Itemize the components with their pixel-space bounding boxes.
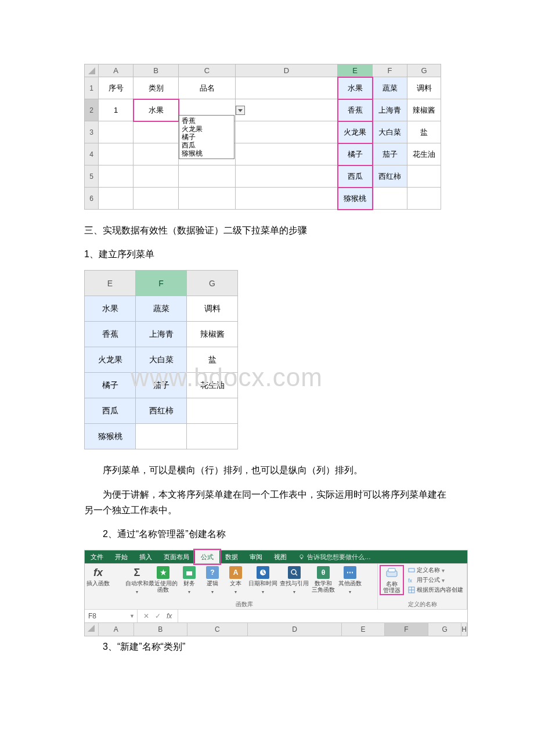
- cat-cell[interactable]: [187, 424, 238, 449]
- col-header-E[interactable]: E: [342, 623, 385, 636]
- text-button[interactable]: A 文本: [226, 566, 246, 595]
- cell-C1[interactable]: 品名: [179, 77, 236, 99]
- col-header-F[interactable]: F: [373, 64, 407, 77]
- recent-functions-button[interactable]: ★ 最近使用的 函数: [150, 566, 176, 593]
- cell-A4[interactable]: [99, 143, 134, 165]
- cell-B6[interactable]: [134, 188, 179, 210]
- col-header-D[interactable]: D: [236, 64, 338, 77]
- col-header-C[interactable]: C: [179, 64, 236, 77]
- dropdown-option[interactable]: 猕猴桃: [181, 149, 233, 157]
- cell-A5[interactable]: [99, 165, 134, 188]
- cell-G3[interactable]: 盐: [407, 121, 441, 143]
- cell-G5[interactable]: [407, 165, 441, 188]
- cell-B5[interactable]: [134, 165, 179, 188]
- cell-B1[interactable]: 类别: [134, 77, 179, 99]
- insert-function-button[interactable]: fx 插入函数: [88, 566, 108, 586]
- cat-cell[interactable]: 盐: [187, 347, 238, 373]
- cell-C2[interactable]: 香蕉 火龙果 橘子 西瓜 猕猴桃: [179, 99, 236, 121]
- row-header-2[interactable]: 2: [85, 99, 99, 121]
- cell-F1[interactable]: 蔬菜: [373, 77, 407, 99]
- cell-D2[interactable]: [236, 99, 338, 121]
- row-header-5[interactable]: 5: [85, 165, 99, 188]
- cell-A3[interactable]: [99, 121, 134, 143]
- cell-D1[interactable]: [236, 77, 338, 99]
- fx-icon[interactable]: fx: [167, 610, 172, 622]
- tab-home[interactable]: 开始: [109, 550, 134, 563]
- col-header-B[interactable]: B: [134, 623, 187, 636]
- cat-cell[interactable]: 大白菜: [136, 347, 187, 373]
- cell-E5[interactable]: 西瓜: [338, 165, 373, 188]
- col-header-B[interactable]: B: [134, 64, 179, 77]
- cell-E1[interactable]: 水果: [338, 77, 373, 99]
- cell-D4[interactable]: [236, 143, 338, 165]
- cell-E6[interactable]: 猕猴桃: [338, 188, 373, 210]
- row-header-4[interactable]: 4: [85, 143, 99, 165]
- col-header-G[interactable]: G: [187, 271, 238, 296]
- cat-cell[interactable]: 猕猴桃: [85, 424, 136, 449]
- cat-cell[interactable]: 香蕉: [85, 322, 136, 347]
- cell-G1[interactable]: 调料: [407, 77, 441, 99]
- cat-cell[interactable]: 花生油: [187, 373, 238, 398]
- cell-B3[interactable]: [134, 121, 179, 143]
- cell-G4[interactable]: 花生油: [407, 143, 441, 165]
- tab-formula[interactable]: 公式: [195, 550, 219, 563]
- cell-A6[interactable]: [99, 188, 134, 210]
- cell-G2[interactable]: 辣椒酱: [407, 99, 441, 121]
- tab-view[interactable]: 视图: [268, 550, 293, 563]
- cell-C5[interactable]: [179, 165, 236, 188]
- math-button[interactable]: θ 数学和 三角函数: [312, 566, 335, 593]
- col-header-F[interactable]: F: [136, 271, 187, 296]
- logic-button[interactable]: ? 逻辑: [203, 566, 222, 595]
- cell-F6[interactable]: [373, 188, 407, 210]
- cat-cell[interactable]: 西红柿: [136, 398, 187, 424]
- cell-G6[interactable]: [407, 188, 441, 210]
- cell-A2[interactable]: 1: [99, 99, 134, 121]
- col-header-F[interactable]: F: [385, 623, 428, 636]
- col-header-E[interactable]: E: [338, 64, 373, 77]
- col-header-E[interactable]: E: [85, 271, 136, 296]
- dropdown-button[interactable]: [236, 106, 245, 115]
- use-in-formula-button[interactable]: fx 用于公式▾: [408, 576, 445, 584]
- autosum-button[interactable]: Σ 自动求和: [127, 566, 147, 595]
- tab-insert[interactable]: 插入: [134, 550, 158, 563]
- cell-D3[interactable]: [236, 121, 338, 143]
- cat-cell[interactable]: 上海青: [136, 322, 187, 347]
- datetime-button[interactable]: 日期和时间: [249, 566, 277, 595]
- cell-D5[interactable]: [236, 165, 338, 188]
- cat-cell[interactable]: 蔬菜: [136, 296, 187, 322]
- col-header-G[interactable]: G: [428, 623, 462, 636]
- col-header-D[interactable]: D: [248, 623, 341, 636]
- cell-E2[interactable]: 香蕉: [338, 99, 373, 121]
- cat-cell[interactable]: 水果: [85, 296, 136, 322]
- row-header-6[interactable]: 6: [85, 188, 99, 210]
- cell-F3[interactable]: 大白菜: [373, 121, 407, 143]
- cell-E4[interactable]: 橘子: [338, 143, 373, 165]
- finance-button[interactable]: 财务: [179, 566, 199, 595]
- col-header-A[interactable]: A: [99, 64, 134, 77]
- cell-F5[interactable]: 西红柿: [373, 165, 407, 188]
- accept-icon[interactable]: ✓: [155, 610, 161, 622]
- col-header-H[interactable]: H: [461, 623, 467, 636]
- cat-cell[interactable]: 茄子: [136, 373, 187, 398]
- create-from-selection-button[interactable]: 根据所选内容创建: [408, 586, 463, 594]
- tab-layout[interactable]: 页面布局: [158, 550, 195, 563]
- cat-cell[interactable]: [187, 398, 238, 424]
- cell-D6[interactable]: [236, 188, 338, 210]
- cat-cell[interactable]: 辣椒酱: [187, 322, 238, 347]
- cat-cell[interactable]: 橘子: [85, 373, 136, 398]
- cell-C3[interactable]: [179, 121, 236, 143]
- cell-F2[interactable]: 上海青: [373, 99, 407, 121]
- cell-E3[interactable]: 火龙果: [338, 121, 373, 143]
- tab-file[interactable]: 文件: [85, 550, 109, 563]
- cell-B4[interactable]: [134, 143, 179, 165]
- cat-cell[interactable]: 调料: [187, 296, 238, 322]
- cell-C6[interactable]: [179, 188, 236, 210]
- cell-B2[interactable]: 水果: [134, 99, 179, 121]
- col-header-A[interactable]: A: [99, 623, 134, 636]
- other-functions-button[interactable]: ⋯ 其他函数: [338, 566, 362, 595]
- col-header-C[interactable]: C: [187, 623, 248, 636]
- select-all-corner[interactable]: [85, 64, 99, 77]
- define-name-button[interactable]: 定义名称▾: [408, 566, 445, 574]
- name-box[interactable]: F8 ▼: [85, 610, 138, 622]
- tell-me[interactable]: 告诉我您想要做什么…: [293, 550, 371, 563]
